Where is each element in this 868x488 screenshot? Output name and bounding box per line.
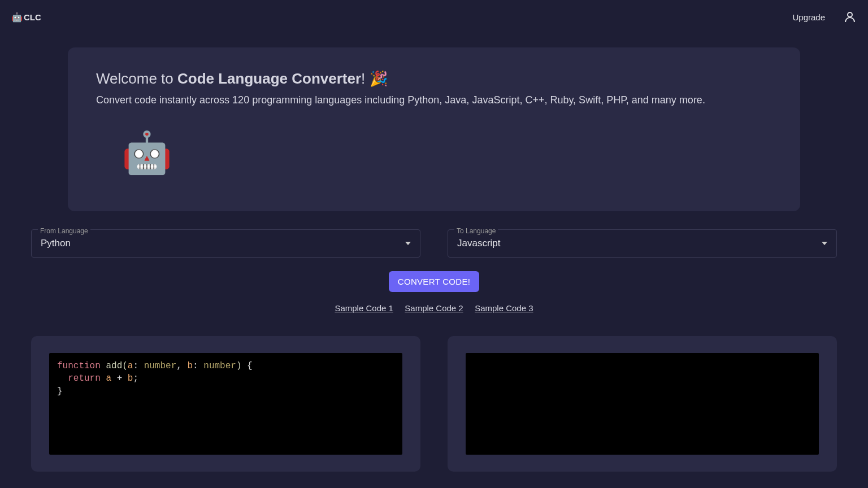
welcome-card: Welcome to Code Language Converter! 🎉 Co… <box>68 47 800 211</box>
welcome-title-prefix: Welcome to <box>96 70 177 87</box>
logo-text: CLC <box>24 12 41 22</box>
convert-button[interactable]: CONVERT CODE! <box>389 271 479 292</box>
code-panels: function add(a: number, b: number) { ret… <box>0 336 868 472</box>
header-actions: Upgrade <box>792 10 857 24</box>
sample-code-link-3[interactable]: Sample Code 3 <box>475 303 533 313</box>
app-logo[interactable]: 🤖 CLC <box>11 12 41 23</box>
welcome-title: Welcome to Code Language Converter! 🎉 <box>96 70 772 88</box>
output-code-panel <box>448 336 837 472</box>
sample-code-link-1[interactable]: Sample Code 1 <box>335 303 393 313</box>
from-language-value: Python <box>41 238 71 249</box>
to-language-value: Javascript <box>457 238 501 249</box>
app-header: 🤖 CLC Upgrade <box>0 0 868 34</box>
from-language-wrapper: From Language Python <box>31 229 420 258</box>
chevron-down-icon <box>405 241 411 246</box>
sample-code-link-2[interactable]: Sample Code 2 <box>405 303 463 313</box>
convert-section: CONVERT CODE! <box>0 271 868 292</box>
welcome-subtitle: Convert code instantly across 120 progra… <box>96 94 772 106</box>
robot-illustration: 🤖 <box>121 129 772 177</box>
robot-icon: 🤖 <box>11 12 23 23</box>
upgrade-link[interactable]: Upgrade <box>792 12 825 22</box>
to-language-label: To Language <box>454 227 498 235</box>
welcome-title-bold: Code Language Converter <box>177 70 361 87</box>
language-selectors: From Language Python To Language Javascr… <box>0 229 868 258</box>
output-code-editor[interactable] <box>466 353 819 455</box>
input-code-panel: function add(a: number, b: number) { ret… <box>31 336 420 472</box>
user-icon[interactable] <box>843 10 857 24</box>
sample-code-links: Sample Code 1 Sample Code 2 Sample Code … <box>0 303 868 313</box>
welcome-title-suffix: ! 🎉 <box>361 70 387 87</box>
from-language-label: From Language <box>38 227 90 235</box>
chevron-down-icon <box>822 241 827 246</box>
input-code-editor[interactable]: function add(a: number, b: number) { ret… <box>49 353 402 455</box>
svg-point-0 <box>848 12 852 17</box>
to-language-wrapper: To Language Javascript <box>448 229 837 258</box>
to-language-select[interactable]: Javascript <box>448 229 837 258</box>
